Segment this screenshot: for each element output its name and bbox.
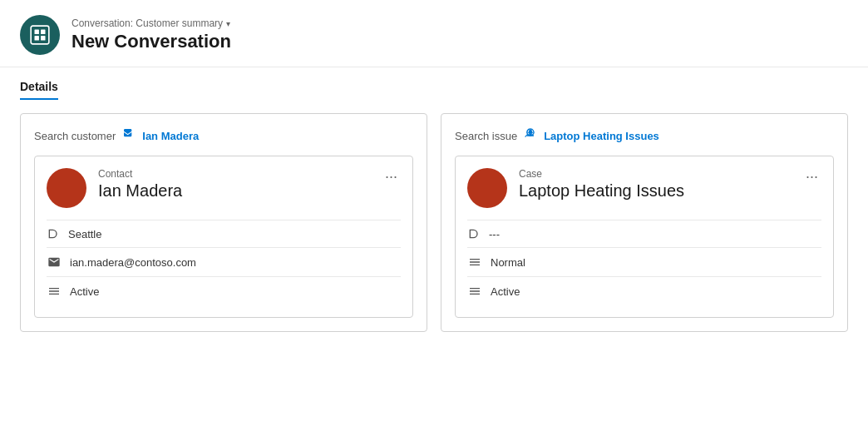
customer-card-type: Contact xyxy=(98,168,382,180)
page-title: New Conversation xyxy=(72,31,231,52)
customer-search-value[interactable]: Ian Madera xyxy=(142,130,199,142)
issue-search-icon xyxy=(524,127,537,144)
status-icon xyxy=(47,284,62,299)
main-content: Search customer Ian Madera Contact Ian M… xyxy=(0,100,868,345)
svg-rect-1 xyxy=(35,30,39,34)
customer-avatar xyxy=(47,168,86,208)
issue-card-name: Laptop Heating Issues xyxy=(519,181,802,201)
header-text: Conversation: Customer summary ▾ New Con… xyxy=(72,17,231,52)
issue-search-value[interactable]: Laptop Heating Issues xyxy=(544,130,659,142)
svg-rect-3 xyxy=(35,36,39,40)
customer-status-row: Active xyxy=(47,276,401,305)
issue-card-type: Case xyxy=(519,168,802,180)
priority-icon xyxy=(467,255,482,270)
customer-card-header: Contact Ian Madera ··· xyxy=(47,168,401,208)
svg-rect-4 xyxy=(41,36,45,40)
svg-rect-0 xyxy=(31,26,49,44)
tab-details[interactable]: Details xyxy=(20,80,58,100)
customer-email: ian.madera@contoso.com xyxy=(70,256,196,269)
issue-panel: Search issue Laptop Heating Issues Case … xyxy=(441,113,848,332)
customer-card: Contact Ian Madera ··· Seattle xyxy=(34,156,413,318)
header: Conversation: Customer summary ▾ New Con… xyxy=(0,0,868,67)
customer-location: Seattle xyxy=(68,228,101,240)
issue-search-row: Search issue Laptop Heating Issues xyxy=(455,127,834,144)
issue-search-label: Search issue xyxy=(455,130,517,142)
customer-status: Active xyxy=(70,285,99,298)
app-icon xyxy=(20,15,60,55)
customer-email-row: ian.madera@contoso.com xyxy=(47,247,401,276)
customer-card-menu[interactable]: ··· xyxy=(382,168,401,186)
chevron-down-icon[interactable]: ▾ xyxy=(226,19,230,28)
issue-priority: Normal xyxy=(491,256,525,269)
issue-status-row: Active xyxy=(467,276,821,305)
customer-location-row: Seattle xyxy=(47,220,401,247)
customer-search-label: Search customer xyxy=(34,130,116,142)
issue-id-icon xyxy=(467,227,481,240)
issue-card-header: Case Laptop Heating Issues ··· xyxy=(467,168,821,208)
issue-priority-row: Normal xyxy=(467,247,821,276)
location-icon xyxy=(47,227,60,240)
customer-panel: Search customer Ian Madera Contact Ian M… xyxy=(20,113,427,332)
issue-card-info: Case Laptop Heating Issues xyxy=(519,168,802,201)
tabs-section: Details xyxy=(0,79,868,100)
conversation-label: Conversation: Customer summary xyxy=(72,17,223,29)
customer-search-row: Search customer Ian Madera xyxy=(34,127,413,144)
email-icon xyxy=(47,255,62,270)
customer-card-name: Ian Madera xyxy=(98,181,382,201)
customer-search-icon xyxy=(122,127,136,144)
issue-status: Active xyxy=(491,285,520,298)
issue-avatar xyxy=(467,168,507,208)
header-subtitle: Conversation: Customer summary ▾ xyxy=(72,17,231,29)
issue-status-icon xyxy=(467,284,482,299)
issue-card: Case Laptop Heating Issues ··· --- xyxy=(455,156,834,318)
issue-id-row: --- xyxy=(467,220,821,247)
issue-card-menu[interactable]: ··· xyxy=(802,168,821,186)
svg-rect-2 xyxy=(41,30,45,34)
customer-card-info: Contact Ian Madera xyxy=(98,168,382,201)
issue-id: --- xyxy=(489,228,500,240)
